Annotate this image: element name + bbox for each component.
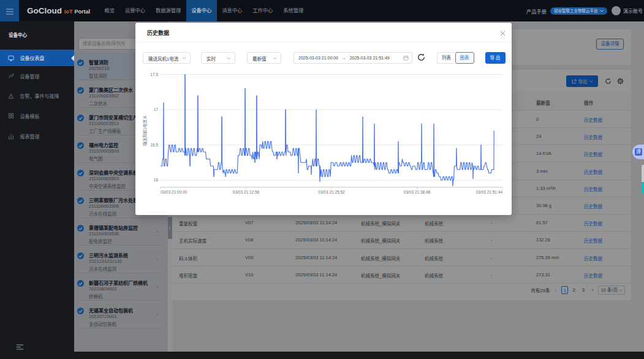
svg-text:17: 17 — [154, 107, 159, 111]
svg-text:03/03 21:51:44: 03/03 21:51:44 — [476, 190, 503, 194]
svg-text:17.5: 17.5 — [150, 72, 158, 77]
svg-text:03/03 21:12:56: 03/03 21:12:56 — [233, 190, 260, 194]
svg-text:输送风机1电流 A: 输送风机1电流 A — [142, 115, 148, 145]
svg-text:16: 16 — [154, 178, 159, 182]
svg-text:03/03 21:38:48: 03/03 21:38:48 — [404, 190, 431, 194]
svg-text:16.5: 16.5 — [150, 143, 158, 147]
svg-text:03/03 21:00:00: 03/03 21:00:00 — [161, 190, 188, 194]
svg-text:03/03 21:25:52: 03/03 21:25:52 — [318, 190, 345, 194]
